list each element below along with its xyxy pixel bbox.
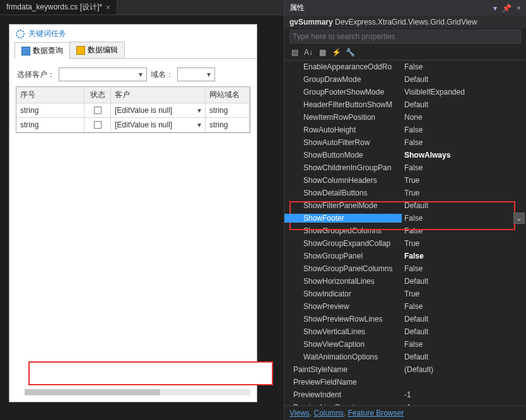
chevron-down-icon: ▾ xyxy=(195,120,201,129)
property-row[interactable]: ShowColumnHeadersTrue xyxy=(284,174,526,187)
edit-icon xyxy=(76,46,85,55)
col-domain[interactable]: 网站域名 xyxy=(206,87,250,103)
selected-object[interactable]: gvSummary DevExpress.XtraGrid.Views.Grid… xyxy=(284,16,526,28)
form-window[interactable]: 关键词任务 数据查询 数据编辑 选择客户： ▾ 域名： ▾ xyxy=(9,24,257,402)
close-icon[interactable]: × xyxy=(517,4,521,13)
property-row[interactable]: ShowIndicatorTrue xyxy=(284,288,526,300)
property-row[interactable]: ShowChildrenInGroupPanFalse xyxy=(284,161,526,174)
property-row[interactable]: ShowPreviewRowLinesDefault xyxy=(284,313,526,325)
search-input[interactable] xyxy=(289,30,521,44)
horizontal-scrollbar[interactable] xyxy=(25,389,250,395)
property-pages-icon[interactable]: 🔧 xyxy=(344,46,356,59)
property-row[interactable]: ShowDetailButtonsTrue xyxy=(284,187,526,199)
property-value[interactable]: False xyxy=(402,214,513,223)
views-link[interactable]: Views xyxy=(289,409,310,417)
property-row[interactable]: EnableAppearanceOddRoFalse xyxy=(284,61,526,73)
property-value[interactable]: (Default) xyxy=(402,365,526,374)
property-value[interactable]: ShowAlways xyxy=(402,151,526,160)
property-row[interactable]: NewItemRowPositionNone xyxy=(284,111,526,124)
property-row[interactable]: ShowGroupedColumnsFalse xyxy=(284,225,526,237)
chevron-down-icon: ▾ xyxy=(204,70,213,79)
tab-edit[interactable]: 数据编辑 xyxy=(69,42,125,58)
property-row[interactable]: WaitAnimationOptionsDefault xyxy=(284,351,526,363)
property-row[interactable]: HeaderFilterButtonShowMDefault xyxy=(284,98,526,111)
property-value[interactable]: False xyxy=(402,340,526,349)
property-value[interactable]: False xyxy=(402,226,526,235)
property-value[interactable]: False xyxy=(402,264,526,273)
property-row[interactable]: ShowAutoFilterRowFalse xyxy=(284,136,526,149)
property-row[interactable]: ShowFooterFalse⌄ xyxy=(284,212,526,225)
cell-customer[interactable]: [EditValue is null]▾ xyxy=(111,118,206,132)
property-row[interactable]: GroupFooterShowModeVisibleIfExpanded xyxy=(284,86,526,98)
property-row[interactable]: ShowGroupPanelFalse xyxy=(284,250,526,262)
property-value[interactable]: False xyxy=(402,163,526,172)
property-value[interactable]: -1 xyxy=(402,403,526,405)
property-row[interactable]: ShowGroupExpandCollapTrue xyxy=(284,237,526,250)
properties-icon[interactable]: ▦ xyxy=(316,46,329,59)
cell-state[interactable] xyxy=(85,118,111,132)
property-row[interactable]: ShowHorizontalLinesDefault xyxy=(284,275,526,288)
col-customer[interactable]: 客户 xyxy=(111,87,206,103)
alphabetical-icon[interactable]: A↓ xyxy=(302,46,315,59)
pin-icon[interactable]: 📌 xyxy=(502,4,511,13)
property-row[interactable]: ShowFilterPanelModeDefault xyxy=(284,199,526,212)
property-value[interactable]: VisibleIfExpanded xyxy=(402,88,526,96)
checkbox-icon[interactable] xyxy=(94,107,102,114)
events-icon[interactable]: ⚡ xyxy=(330,46,342,59)
property-value[interactable]: Default xyxy=(402,277,526,286)
property-value[interactable]: False xyxy=(402,252,526,260)
document-tab[interactable]: frmdata_keywords.cs [设计]* × xyxy=(0,0,117,15)
domain-combo[interactable]: ▾ xyxy=(177,67,215,81)
property-name: EnableAppearanceOddRo xyxy=(284,62,402,71)
close-icon[interactable]: × xyxy=(106,3,110,12)
checkbox-icon[interactable] xyxy=(94,121,102,129)
property-row[interactable]: PaintStyleName(Default) xyxy=(284,363,526,376)
property-value[interactable]: False xyxy=(402,62,526,71)
customer-combo[interactable]: ▾ xyxy=(59,67,147,81)
property-value[interactable]: Default xyxy=(402,201,526,210)
property-value[interactable]: Default xyxy=(402,327,526,336)
property-value[interactable]: Default xyxy=(402,353,526,361)
property-value[interactable]: False xyxy=(402,138,526,147)
property-value[interactable]: Default xyxy=(402,100,526,109)
dropdown-icon[interactable]: ▾ xyxy=(493,4,497,13)
chevron-down-icon: ▾ xyxy=(136,70,145,79)
property-row[interactable]: RowAutoHeightFalse xyxy=(284,124,526,136)
columns-link[interactable]: Columns xyxy=(313,409,343,417)
property-value[interactable]: True xyxy=(402,239,526,248)
col-state[interactable]: 状态 xyxy=(85,87,111,103)
property-value[interactable]: True xyxy=(402,189,526,197)
property-value[interactable]: False xyxy=(402,125,526,134)
designer-surface: 关键词任务 数据查询 数据编辑 选择客户： ▾ 域名： ▾ xyxy=(0,15,284,420)
property-value[interactable]: Default xyxy=(402,315,526,324)
property-search xyxy=(284,28,526,45)
table-row[interactable]: string[EditValue is null]▾string xyxy=(16,118,250,132)
property-row[interactable]: ShowGroupPanelColumnsFalse xyxy=(284,262,526,275)
property-value[interactable]: Default xyxy=(402,75,526,84)
tab-query[interactable]: 数据查询 xyxy=(15,42,70,59)
property-value[interactable]: True xyxy=(402,289,526,298)
property-value[interactable]: -1 xyxy=(402,390,526,399)
property-row[interactable]: PreviewLineCount-1 xyxy=(284,401,526,405)
property-value[interactable]: False xyxy=(402,302,526,311)
table-row[interactable]: string[EditValue is null]▾string xyxy=(16,103,250,118)
categorized-icon[interactable]: ▤ xyxy=(288,46,301,59)
gear-icon xyxy=(16,30,25,38)
property-name: WaitAnimationOptions xyxy=(284,353,402,361)
property-row[interactable]: ShowViewCaptionFalse xyxy=(284,338,526,351)
property-row[interactable]: GroupDrawModeDefault xyxy=(284,73,526,86)
property-value[interactable]: None xyxy=(402,113,526,122)
property-value[interactable]: True xyxy=(402,176,526,185)
chevron-down-icon[interactable]: ⌄ xyxy=(513,213,525,224)
data-grid[interactable]: 序号 状态 客户 网站域名 string[EditValue is null]▾… xyxy=(16,86,250,133)
feature-browser-link[interactable]: Feature Browser xyxy=(348,409,404,417)
col-seq[interactable]: 序号 xyxy=(16,87,85,103)
form-title-bar: 关键词任务 xyxy=(9,25,257,42)
property-row[interactable]: ShowVerticalLinesDefault xyxy=(284,325,526,338)
property-row[interactable]: PreviewFieldName xyxy=(284,376,526,388)
cell-customer[interactable]: [EditValue is null]▾ xyxy=(111,103,206,117)
cell-state[interactable] xyxy=(85,103,111,117)
property-row[interactable]: PreviewIndent-1 xyxy=(284,388,526,401)
property-row[interactable]: ShowButtonModeShowAlways xyxy=(284,149,526,161)
property-row[interactable]: ShowPreviewFalse xyxy=(284,300,526,313)
